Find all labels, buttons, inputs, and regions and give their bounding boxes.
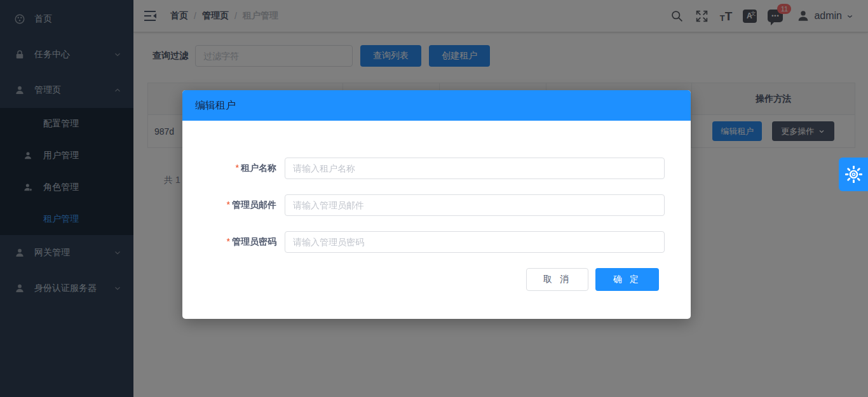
admin-email-input[interactable]	[285, 194, 665, 216]
gear-icon	[845, 166, 862, 183]
required-asterisk: *	[227, 199, 230, 210]
cancel-button[interactable]: 取 消	[526, 268, 588, 291]
required-asterisk: *	[227, 236, 230, 246]
edit-tenant-modal: 编辑租户 *租户名称 *管理员邮件 *管理员密码 取 消 确 定	[182, 90, 691, 319]
form-row-admin-password: *管理员密码	[182, 231, 691, 253]
admin-password-label: *管理员密码	[182, 236, 285, 248]
admin-password-input[interactable]	[285, 231, 665, 253]
form-row-tenant-name: *租户名称	[182, 158, 691, 179]
tenant-name-label: *租户名称	[182, 163, 285, 174]
modal-title: 编辑租户	[195, 99, 236, 112]
field-label-text: 管理员邮件	[232, 199, 276, 210]
required-asterisk: *	[236, 163, 239, 173]
confirm-button[interactable]: 确 定	[595, 268, 659, 291]
tenant-name-input[interactable]	[285, 158, 665, 179]
form-row-admin-email: *管理员邮件	[182, 194, 691, 216]
modal-footer: 取 消 确 定	[182, 268, 691, 291]
admin-email-label: *管理员邮件	[182, 199, 285, 211]
field-label-text: 管理员密码	[232, 236, 276, 246]
modal-body: *租户名称 *管理员邮件 *管理员密码 取 消 确 定	[182, 121, 691, 291]
modal-header: 编辑租户	[182, 90, 691, 121]
settings-panel-button[interactable]	[839, 158, 868, 191]
field-label-text: 租户名称	[241, 163, 276, 173]
